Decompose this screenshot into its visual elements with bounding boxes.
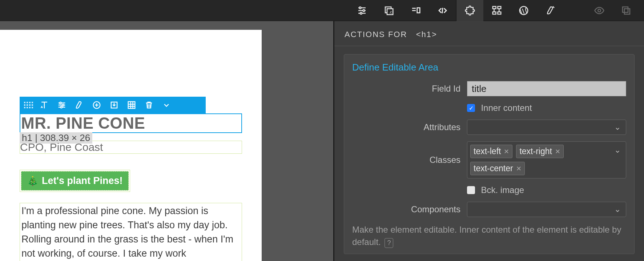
svg-text:.c: .c [389,9,392,14]
text-edit-icon[interactable] [36,98,53,112]
panel-heading-prefix: ACTIONS FOR [345,30,407,39]
code-icon[interactable] [429,0,456,21]
cta-wrapper: 🎄 Let's plant Pines! [20,170,130,192]
svg-point-20 [598,9,601,12]
drag-grip-icon[interactable] [23,100,36,110]
subtitle-text[interactable]: CPO, Pine Coast [20,141,242,154]
components-select[interactable]: ⌄ [467,202,626,217]
svg-point-5 [360,12,362,14]
svg-point-3 [359,7,361,9]
svg-rect-11 [417,8,420,13]
copy-c-icon[interactable]: .c [375,0,402,21]
classes-multiselect[interactable]: text-left✕ text-right✕ text-center✕ ⌄ [467,141,626,178]
add-circle-icon[interactable] [88,98,105,112]
trash-icon[interactable] [140,98,158,112]
chevron-down-icon: ⌄ [614,123,621,132]
svg-line-12 [442,8,443,13]
puzzle-icon[interactable] [456,0,483,21]
chevron-down-icon: ⌄ [614,145,621,155]
cta-label: Let's plant Pines! [42,175,122,186]
help-icon[interactable]: ? [385,238,393,248]
inner-content-label: Inner content [481,103,532,113]
svg-point-27 [62,104,64,106]
preview-eye-icon[interactable] [586,0,613,21]
selection-toolbar [20,97,206,113]
grid-icon[interactable] [123,98,140,112]
chip-remove-icon[interactable]: ✕ [516,165,522,173]
cta-button[interactable]: 🎄 Let's plant Pines! [21,171,129,190]
svg-rect-16 [498,12,501,14]
paragraph-wrapper: I'm a professional pine cone. My passion… [20,203,242,261]
sliders-icon[interactable] [349,0,375,21]
panel-heading-tag: <h1> [416,30,437,39]
class-chip[interactable]: text-right✕ [516,145,563,158]
card-title: Define Editable Area [352,62,626,73]
svg-rect-15 [493,12,496,14]
svg-rect-13 [493,6,496,8]
field-id-label: Field Id [352,84,460,94]
class-chip[interactable]: text-left✕ [470,145,512,158]
class-chip[interactable]: text-center✕ [470,162,525,175]
actions-panel: ACTIONS FOR <h1> Define Editable Area Fi… [333,21,644,261]
svg-rect-21 [623,7,628,12]
selected-element-wrapper: MR. PINE CONE h1 | 308.39 × 26 [20,97,242,144]
brush-icon[interactable] [537,0,564,21]
editable-area-card: Define Editable Area Field Id ✓ Inner co… [344,54,635,254]
sliders-icon[interactable] [53,98,71,112]
svg-rect-14 [498,6,501,8]
chevron-down-icon: ⌄ [614,205,621,214]
attributes-label: Attributes [352,122,460,132]
chip-remove-icon[interactable]: ✕ [555,148,560,156]
attributes-select[interactable]: ⌄ [467,120,626,135]
hint-text: Make the element editable. Inner content… [352,224,626,248]
inner-content-checkbox[interactable]: ✓ [467,104,475,112]
top-toolbar: .c [0,0,644,21]
svg-point-4 [363,9,365,11]
bck-image-checkbox[interactable] [467,186,475,194]
copy-stack-icon[interactable] [613,0,640,21]
paragraph-text[interactable]: I'm a professional pine cone. My passion… [21,204,240,261]
svg-point-28 [61,107,63,108]
selected-h1-element[interactable]: MR. PINE CONE [20,113,242,133]
insert-down-icon[interactable] [105,98,123,112]
tree-icon: 🎄 [27,176,38,186]
svg-rect-22 [624,9,630,14]
classes-label: Classes [352,155,460,165]
svg-rect-34 [128,102,135,109]
preview-canvas: MR. PINE CONE h1 | 308.39 × 26 CPO, Pine… [0,30,262,261]
wordpress-icon[interactable] [510,0,537,21]
svg-point-26 [60,102,61,104]
panel-heading: ACTIONS FOR <h1> [334,21,644,46]
list-align-icon[interactable] [402,0,429,21]
canvas-area: × [0,21,333,261]
brush-icon[interactable] [71,98,88,112]
chevron-down-icon[interactable] [158,98,175,112]
components-label: Components [352,204,460,214]
heading-text[interactable]: MR. PINE CONE [20,114,241,132]
tree-structure-icon[interactable] [483,0,510,21]
field-id-input[interactable] [467,81,626,96]
chip-remove-icon[interactable]: ✕ [504,148,509,156]
bck-image-label: Bck. image [481,185,524,195]
